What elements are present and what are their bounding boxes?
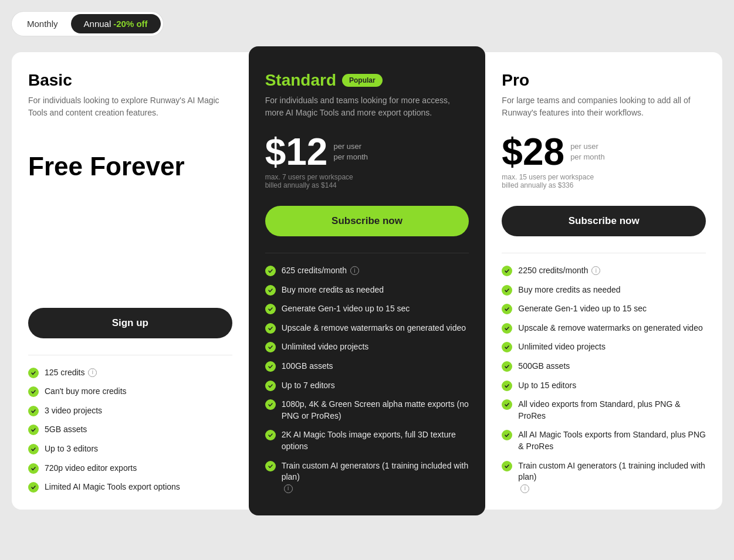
- feature-text: 125 credits i: [45, 367, 97, 379]
- standard-cta-button[interactable]: Subscribe now: [265, 206, 469, 236]
- standard-price-note: max. 7 users per workspace billed annual…: [265, 173, 469, 192]
- list-item: Limited AI Magic Tools export options: [28, 481, 232, 493]
- list-item: Unlimited video projects: [265, 341, 469, 353]
- list-item: Generate Gen-1 video up to 15 sec: [265, 303, 469, 315]
- billing-toggle[interactable]: Monthly Annual-20% off: [12, 12, 163, 36]
- feature-text: All video exports from Standard, plus PN…: [518, 399, 706, 422]
- check-icon: [502, 381, 512, 391]
- standard-plan-card: Standard Popular For individuals and tea…: [249, 46, 486, 515]
- feature-text: Buy more credits as needed: [282, 284, 384, 296]
- pro-price-note: max. 15 users per workspace billed annua…: [502, 173, 706, 192]
- info-icon[interactable]: i: [284, 484, 293, 493]
- standard-price-section: $12 per user per month: [265, 133, 469, 171]
- pricing-cards: Basic For individuals looking to explore…: [12, 52, 722, 510]
- check-icon: [265, 381, 276, 391]
- standard-price-amount: $12: [265, 133, 328, 171]
- check-icon: [502, 304, 512, 314]
- info-icon[interactable]: i: [350, 266, 359, 275]
- check-icon: [265, 304, 276, 314]
- pro-cta-button[interactable]: Subscribe now: [502, 206, 706, 236]
- feature-text: Up to 15 editors: [518, 380, 576, 392]
- check-icon: [502, 266, 512, 276]
- standard-features-list: 625 credits/month i Buy more credits as …: [265, 265, 469, 493]
- list-item: 625 credits/month i: [265, 265, 469, 277]
- list-item: 1080p, 4K & Green Screen alpha matte exp…: [265, 399, 469, 422]
- pro-plan-description: For large teams and companies looking to…: [502, 94, 706, 119]
- basic-price-amount: Free Forever: [28, 152, 232, 181]
- pro-price-section: $28 per user per month: [502, 133, 706, 171]
- check-icon: [28, 444, 39, 454]
- annual-option[interactable]: Annual-20% off: [71, 14, 161, 33]
- feature-text: 500GB assets: [518, 361, 570, 372]
- info-icon[interactable]: i: [88, 368, 97, 377]
- check-icon: [502, 430, 512, 440]
- check-icon: [265, 361, 276, 372]
- list-item: 3 video projects: [28, 405, 232, 417]
- pro-features-list: 2250 credits/month i Buy more credits as…: [502, 265, 706, 493]
- list-item: 100GB assets: [265, 361, 469, 372]
- list-item: Up to 3 editors: [28, 443, 232, 455]
- feature-text: Up to 7 editors: [282, 380, 335, 392]
- basic-price-spacer: [28, 186, 232, 205]
- pro-price-label: per user per month: [570, 133, 605, 162]
- feature-text: Train custom AI generators (1 training i…: [282, 460, 469, 493]
- feature-text: Unlimited video projects: [282, 341, 369, 353]
- info-icon[interactable]: i: [591, 266, 600, 275]
- standard-plan-title: Standard: [265, 71, 336, 90]
- check-icon: [502, 323, 512, 334]
- pro-divider: [502, 253, 706, 253]
- check-icon: [265, 285, 276, 296]
- feature-text: Generate Gen-1 video up to 15 sec: [282, 303, 410, 315]
- popular-badge: Popular: [342, 74, 383, 87]
- feature-text: 2K AI Magic Tools image exports, full 3D…: [282, 429, 469, 452]
- check-icon: [265, 342, 276, 352]
- check-icon: [28, 386, 39, 397]
- list-item: 500GB assets: [502, 361, 706, 372]
- list-item: Train custom AI generators (1 training i…: [502, 460, 706, 493]
- check-icon: [265, 266, 276, 276]
- basic-title-row: Basic: [28, 71, 232, 90]
- list-item: All AI Magic Tools exports from Standard…: [502, 429, 706, 452]
- list-item: 125 credits i: [28, 367, 232, 379]
- feature-text: Upscale & remove watermarks on generated…: [518, 323, 702, 334]
- monthly-option[interactable]: Monthly: [14, 14, 71, 33]
- standard-divider: [265, 253, 469, 253]
- standard-price-label: per user per month: [333, 133, 368, 162]
- feature-text: All AI Magic Tools exports from Standard…: [518, 429, 706, 452]
- list-item: Up to 15 editors: [502, 380, 706, 392]
- list-item: Can't buy more credits: [28, 386, 232, 398]
- pro-plan-title: Pro: [502, 71, 529, 90]
- check-icon: [265, 430, 276, 440]
- feature-text: Train custom AI generators (1 training i…: [518, 460, 706, 493]
- check-icon: [28, 406, 39, 416]
- feature-text: Buy more credits as needed: [518, 284, 620, 296]
- feature-text: 2250 credits/month i: [518, 265, 600, 277]
- feature-text: Can't buy more credits: [45, 386, 127, 398]
- feature-text: Generate Gen-1 video up to 15 sec: [518, 303, 647, 315]
- pro-title-row: Pro: [502, 71, 706, 90]
- list-item: Up to 7 editors: [265, 380, 469, 392]
- feature-text: Unlimited video projects: [518, 341, 606, 353]
- basic-features-list: 125 credits i Can't buy more credits 3 v…: [28, 367, 232, 493]
- basic-price-section: Free Forever: [28, 147, 232, 184]
- list-item: Generate Gen-1 video up to 15 sec: [502, 303, 706, 315]
- basic-cta-button[interactable]: Sign up: [28, 308, 232, 338]
- list-item: Buy more credits as needed: [265, 284, 469, 296]
- feature-text: 100GB assets: [282, 361, 333, 372]
- basic-plan-title: Basic: [28, 71, 72, 90]
- list-item: 5GB assets: [28, 424, 232, 436]
- feature-text: 720p video editor exports: [45, 463, 137, 474]
- list-item: Upscale & remove watermarks on generated…: [265, 323, 469, 334]
- check-icon: [28, 482, 39, 493]
- feature-text: 625 credits/month i: [282, 265, 359, 277]
- info-icon[interactable]: i: [520, 484, 529, 493]
- feature-text: Up to 3 editors: [45, 443, 98, 455]
- check-icon: [265, 323, 276, 334]
- check-icon: [265, 399, 276, 410]
- list-item: 720p video editor exports: [28, 463, 232, 474]
- basic-divider: [28, 355, 232, 355]
- check-icon: [502, 342, 512, 352]
- feature-text: Upscale & remove watermarks on generated…: [282, 323, 466, 334]
- list-item: Train custom AI generators (1 training i…: [265, 460, 469, 493]
- check-icon: [502, 461, 512, 471]
